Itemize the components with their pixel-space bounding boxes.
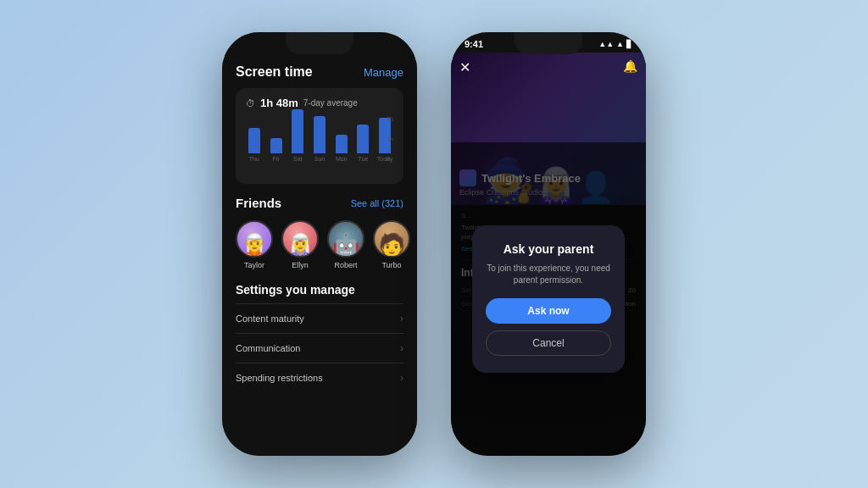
spending-restrictions-label: Spending restrictions bbox=[236, 373, 323, 383]
phones-container: Screen time Manage ⏱ 1h 48m 7-day averag… bbox=[222, 32, 646, 456]
modal-title: Ask your parent bbox=[486, 242, 611, 256]
modal-description: To join this experience, you need parent… bbox=[486, 263, 611, 286]
notification-button[interactable]: 🔔 bbox=[623, 59, 637, 73]
cancel-button[interactable]: Cancel bbox=[486, 330, 611, 356]
friend-name-robert: Robert bbox=[334, 261, 357, 269]
friends-header: Friends See all (321) bbox=[236, 196, 403, 210]
friend-name-ellyn: Ellyn bbox=[292, 261, 309, 269]
friend-name-taylor: Taylor bbox=[244, 261, 264, 269]
bar-thu: Thu bbox=[246, 128, 263, 162]
right-phone-screen: 9:41 ▲▲ ▲ ▊ 🧙 🧝‍♀️ 👤 ✕ 🔔 bbox=[451, 32, 646, 456]
bar-sat-fill bbox=[292, 109, 303, 153]
screen-time-title: Screen time bbox=[236, 64, 313, 80]
friend-name-turbo: Turbo bbox=[381, 261, 401, 269]
friend-ellyn: 🧝‍♀️ Ellyn bbox=[281, 220, 319, 269]
friend-avatar-taylor: 🧝 bbox=[236, 220, 273, 258]
wifi-icon: ▲ bbox=[616, 40, 624, 48]
bar-fri: Fri bbox=[268, 138, 285, 162]
friend-avatar-turbo: 🧑 bbox=[373, 220, 410, 258]
stats-avg: ⏱ 1h 48m 7-day average bbox=[246, 97, 393, 109]
bar-thu-label: Thu bbox=[249, 156, 259, 162]
bar-tue: Tue bbox=[355, 125, 372, 162]
settings-item-content[interactable]: Content maturity › bbox=[236, 303, 403, 333]
clock-icon: ⏱ bbox=[246, 98, 255, 108]
bar-mon-label: Mon bbox=[336, 156, 348, 162]
y-label-0: 0 bbox=[387, 156, 393, 162]
manage-button[interactable]: Manage bbox=[364, 66, 403, 79]
bar-mon: Mon bbox=[333, 135, 350, 162]
left-phone-screen: Screen time Manage ⏱ 1h 48m 7-day averag… bbox=[222, 32, 417, 456]
friends-row: 🧝 Taylor 🧝‍♀️ Ellyn 🤖 Ro bbox=[236, 220, 403, 269]
settings-section: Settings you manage Content maturity › C… bbox=[236, 283, 403, 392]
bar-fri-label: Fri bbox=[272, 156, 279, 162]
bar-sun-fill bbox=[314, 116, 326, 153]
ask-now-button[interactable]: Ask now bbox=[486, 298, 611, 324]
chevron-content-icon: › bbox=[400, 313, 403, 324]
bar-sat-label: Sat bbox=[293, 156, 303, 162]
settings-title: Settings you manage bbox=[236, 283, 403, 297]
chevron-communication-icon: › bbox=[400, 342, 403, 354]
ellyn-figure-icon: 🧝‍♀️ bbox=[287, 234, 314, 256]
see-all-button[interactable]: See all (321) bbox=[351, 198, 403, 208]
status-icons: ▲▲ ▲ ▊ bbox=[598, 40, 632, 48]
taylor-figure-icon: 🧝 bbox=[241, 234, 268, 256]
status-time: 9:41 bbox=[465, 39, 483, 49]
status-bar: 9:41 ▲▲ ▲ ▊ bbox=[451, 32, 646, 53]
right-phone: 9:41 ▲▲ ▲ ▊ 🧙 🧝‍♀️ 👤 ✕ 🔔 bbox=[451, 32, 646, 456]
bar-sun-label: Sun bbox=[314, 156, 325, 162]
close-button[interactable]: ✕ bbox=[459, 59, 470, 75]
ask-parent-modal: Ask your parent To join this experience,… bbox=[472, 225, 625, 373]
content-maturity-label: Content maturity bbox=[236, 313, 304, 324]
chart-y-labels: 2h 1h 0 bbox=[387, 116, 393, 162]
signal-icon: ▲▲ bbox=[598, 40, 614, 48]
bar-sun: Sun bbox=[311, 116, 328, 162]
stats-card: ⏱ 1h 48m 7-day average Thu Fri bbox=[236, 88, 403, 184]
friend-avatar-robert: 🤖 bbox=[327, 220, 364, 258]
friend-turbo: 🧑 Turbo bbox=[373, 220, 410, 269]
screen-time-header: Screen time Manage bbox=[236, 64, 403, 80]
left-phone: Screen time Manage ⏱ 1h 48m 7-day averag… bbox=[222, 32, 417, 456]
settings-item-spending[interactable]: Spending restrictions › bbox=[236, 363, 403, 392]
bar-mon-fill bbox=[336, 135, 348, 153]
friends-title: Friends bbox=[236, 196, 281, 210]
y-label-1h: 1h bbox=[387, 136, 393, 142]
screen-time-content: Screen time Manage ⏱ 1h 48m 7-day averag… bbox=[222, 64, 417, 392]
bar-tue-label: Tue bbox=[359, 156, 369, 162]
battery-icon: ▊ bbox=[626, 40, 632, 48]
friend-robert: 🤖 Robert bbox=[327, 220, 364, 269]
bar-chart: Thu Fri Sat Sun bbox=[246, 116, 393, 175]
robert-figure-icon: 🤖 bbox=[332, 234, 359, 256]
bar-sat: Sat bbox=[289, 109, 306, 162]
bar-fri-fill bbox=[270, 138, 282, 153]
communication-label: Communication bbox=[236, 343, 300, 353]
modal-overlay: Ask your parent To join this experience,… bbox=[451, 142, 646, 456]
bar-tue-fill bbox=[357, 125, 369, 153]
settings-item-communication[interactable]: Communication › bbox=[236, 333, 403, 363]
friend-taylor: 🧝 Taylor bbox=[236, 220, 273, 269]
turbo-figure-icon: 🧑 bbox=[378, 234, 405, 256]
chevron-spending-icon: › bbox=[400, 372, 403, 384]
friend-avatar-ellyn: 🧝‍♀️ bbox=[281, 220, 319, 258]
stats-time: 1h 48m bbox=[260, 97, 298, 109]
bar-thu-fill bbox=[248, 128, 260, 153]
stats-label: 7-day average bbox=[303, 98, 358, 108]
y-label-2h: 2h bbox=[387, 116, 393, 122]
